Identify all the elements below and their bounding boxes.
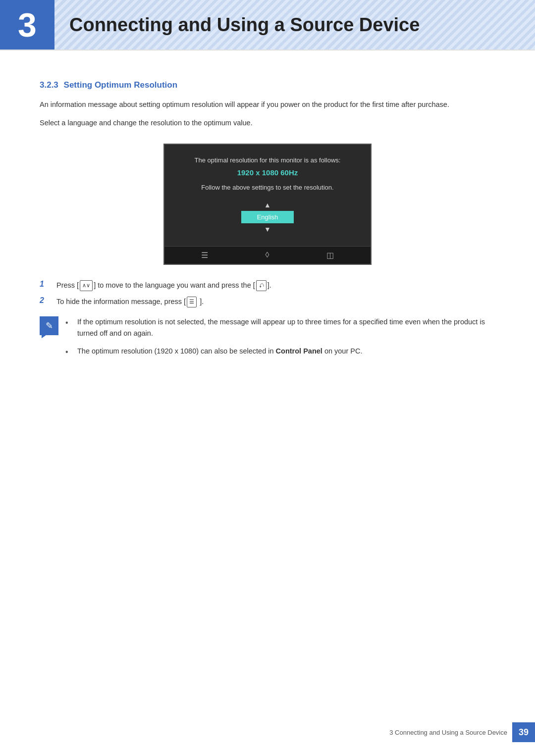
pencil-icon: ✎ — [46, 320, 53, 331]
dialog-nav: ▲ English ▼ — [176, 201, 359, 233]
section-heading: 3.2.3 Setting Optimum Resolution — [40, 80, 495, 90]
chapter-number: 3 — [0, 0, 54, 50]
dialog-resolution: 1920 x 1080 60Hz — [176, 168, 359, 177]
monitor-return-icon: ◫ — [326, 251, 334, 260]
section-number: 3.2.3 — [40, 80, 58, 90]
dialog-arrow-up-icon: ▲ — [264, 201, 271, 209]
note-section: ✎ • If the optimum resolution is not sel… — [40, 316, 495, 364]
control-panel-bold: Control Panel — [276, 347, 322, 355]
monitor-diamond-icon: ◊ — [266, 251, 269, 259]
note-bullet-1: • If the optimum resolution is not selec… — [65, 316, 495, 339]
page-header: 3 Connecting and Using a Source Device — [0, 0, 535, 50]
up-down-icon: ∧∨ — [80, 280, 93, 291]
note-icon: ✎ — [40, 316, 58, 335]
header-stripe-bg: Connecting and Using a Source Device — [54, 0, 535, 50]
note-bullet-2: • The optimum resolution (1920 x 1080) c… — [65, 346, 495, 358]
steps-list: 1 Press [∧∨] to move to the language you… — [40, 280, 495, 307]
step-1-number: 1 — [40, 280, 54, 289]
monitor-dialog: The optimal resolution for this monitor … — [163, 144, 372, 265]
monitor-dialog-wrapper: The optimal resolution for this monitor … — [40, 144, 495, 265]
bullet-dot-2: • — [65, 346, 73, 358]
step-2: 2 To hide the information message, press… — [40, 296, 495, 307]
confirm-icon: ⮏ — [256, 280, 267, 291]
page-number: 39 — [519, 727, 529, 738]
main-content: 3.2.3 Setting Optimum Resolution An info… — [0, 70, 535, 394]
chapter-title: Connecting and Using a Source Device — [69, 14, 420, 36]
dialog-inner: The optimal resolution for this monitor … — [164, 145, 371, 246]
step-2-text: To hide the information message, press [… — [56, 296, 204, 307]
select-paragraph: Select a language and change the resolut… — [40, 117, 495, 129]
dialog-line1: The optimal resolution for this monitor … — [176, 155, 359, 165]
section-title: Setting Optimum Resolution — [64, 80, 178, 90]
monitor-menu-icon: ☰ — [201, 251, 208, 260]
step-1-text: Press [∧∨] to move to the language you w… — [56, 280, 271, 291]
footer-text: 3 Connecting and Using a Source Device — [389, 729, 507, 736]
note-text-1: If the optimum resolution is not selecte… — [77, 316, 495, 339]
note-bullets: • If the optimum resolution is not selec… — [65, 316, 495, 364]
page-footer: 3 Connecting and Using a Source Device 3… — [0, 722, 535, 742]
menu-icon: ☰ — [187, 297, 197, 307]
bullet-dot-1: • — [65, 316, 73, 329]
step-1: 1 Press [∧∨] to move to the language you… — [40, 280, 495, 291]
footer-page-badge: 39 — [512, 722, 535, 742]
step-2-number: 2 — [40, 296, 54, 305]
dialog-english-button[interactable]: English — [241, 211, 294, 223]
note-text-2: The optimum resolution (1920 x 1080) can… — [77, 346, 362, 357]
intro-paragraph: An information message about setting opt… — [40, 99, 495, 110]
dialog-arrow-down-icon: ▼ — [264, 225, 271, 233]
dialog-line2: Follow the above settings to set the res… — [176, 184, 359, 191]
dialog-bottom-bar: ☰ ◊ ◫ — [164, 246, 371, 264]
